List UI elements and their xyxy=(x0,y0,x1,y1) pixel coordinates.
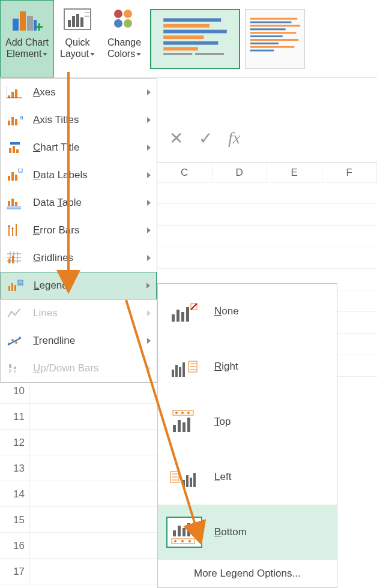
legend-option-label: Bottom xyxy=(214,526,247,538)
legend-bottom-icon xyxy=(166,517,202,548)
svg-rect-42 xyxy=(15,119,17,125)
menu-item-error-bars[interactable]: Error Bars xyxy=(1,217,157,244)
svg-rect-92 xyxy=(175,365,178,377)
more-legend-options[interactable]: More Legend Options... xyxy=(158,560,337,587)
svg-rect-51 xyxy=(19,169,22,172)
legend-right-icon xyxy=(166,351,202,382)
menu-item-label: Trendline xyxy=(33,335,147,347)
svg-rect-72 xyxy=(14,285,16,291)
legend-option-top[interactable]: Top xyxy=(158,394,337,449)
row-header[interactable]: 15 xyxy=(0,507,30,533)
svg-rect-53 xyxy=(11,199,14,206)
formula-bar: ✕ ✓ fx xyxy=(157,120,377,156)
svg-rect-83 xyxy=(14,367,16,369)
svg-rect-28 xyxy=(250,28,286,30)
dropdown-caret-icon xyxy=(43,53,47,56)
svg-rect-29 xyxy=(250,32,296,34)
svg-rect-52 xyxy=(8,201,10,206)
svg-rect-103 xyxy=(173,425,176,432)
svg-rect-113 xyxy=(190,478,192,487)
svg-rect-27 xyxy=(250,25,300,26)
svg-rect-115 xyxy=(173,530,176,536)
column-header[interactable]: E xyxy=(267,163,322,182)
row-header[interactable]: 14 xyxy=(0,481,30,507)
menu-item-label: Axes xyxy=(33,86,147,98)
svg-rect-69 xyxy=(12,256,14,263)
svg-rect-106 xyxy=(187,418,190,432)
chart-style-item[interactable] xyxy=(150,9,240,69)
svg-rect-10 xyxy=(80,17,83,27)
svg-rect-94 xyxy=(182,362,185,377)
svg-rect-82 xyxy=(9,369,11,373)
menu-item-gridlines[interactable]: Gridlines xyxy=(1,244,157,272)
legend-left-icon xyxy=(166,461,202,493)
svg-rect-40 xyxy=(8,121,10,125)
column-header[interactable]: C xyxy=(157,163,213,182)
legend-option-right[interactable]: Right xyxy=(158,339,337,394)
chart-style-gallery xyxy=(148,0,307,77)
svg-rect-91 xyxy=(172,370,174,377)
menu-item-label: Up/Down Bars xyxy=(33,362,147,374)
menu-item-label: Lines xyxy=(33,307,147,319)
menu-item-axis-titles[interactable]: aAxis Titles xyxy=(1,106,157,134)
change-colors-button[interactable]: Change Colors xyxy=(101,0,148,77)
menu-item-legend[interactable]: Legend xyxy=(1,272,157,299)
submenu-arrow-icon xyxy=(147,145,151,151)
menu-item-label: Error Bars xyxy=(33,224,147,236)
row-headers: 1011121314151617 xyxy=(0,378,30,584)
svg-rect-21 xyxy=(163,41,218,44)
legend-option-label: Left xyxy=(214,471,231,483)
legend-option-label: None xyxy=(214,305,239,317)
svg-rect-34 xyxy=(250,49,274,51)
svg-rect-17 xyxy=(163,18,221,22)
svg-rect-84 xyxy=(14,370,16,373)
add-chart-element-button[interactable]: Add Chart Element xyxy=(0,0,54,77)
add-chart-element-label: Add Chart Element xyxy=(5,37,49,59)
svg-point-13 xyxy=(114,10,122,18)
menu-item-lines: Lines xyxy=(1,299,157,327)
legend-option-bottom[interactable]: Bottom xyxy=(158,505,337,560)
svg-point-121 xyxy=(181,540,184,542)
submenu-arrow-icon xyxy=(147,117,151,123)
menu-item-data-table[interactable]: Data Table xyxy=(1,189,157,217)
menu-item-axes[interactable]: Axes xyxy=(1,79,157,106)
row-header[interactable]: 12 xyxy=(0,430,30,455)
quick-layout-button[interactable]: Quick Layout xyxy=(54,0,101,77)
menu-item-data-labels[interactable]: Data Labels xyxy=(1,161,157,189)
svg-point-122 xyxy=(188,540,191,542)
svg-rect-85 xyxy=(172,314,175,322)
quick-layout-icon xyxy=(59,4,95,34)
svg-rect-88 xyxy=(186,307,189,322)
legend-option-none[interactable]: None xyxy=(158,284,337,339)
enter-icon[interactable]: ✓ xyxy=(199,128,213,148)
svg-point-101 xyxy=(181,412,184,414)
column-header[interactable]: D xyxy=(213,163,268,182)
submenu-arrow-icon xyxy=(147,365,151,371)
menu-item-trendline[interactable]: Trendline xyxy=(1,327,157,355)
dropdown-caret-icon xyxy=(136,53,141,56)
svg-rect-116 xyxy=(178,526,181,536)
column-header[interactable]: F xyxy=(322,163,378,182)
submenu-arrow-icon xyxy=(147,227,151,233)
legend-option-left[interactable]: Left xyxy=(158,449,337,505)
row-header[interactable]: 13 xyxy=(0,455,30,481)
svg-rect-112 xyxy=(186,475,188,487)
spreadsheet-grid-left[interactable] xyxy=(30,378,157,584)
svg-rect-26 xyxy=(250,21,292,23)
svg-rect-111 xyxy=(182,480,185,487)
legend-option-label: Right xyxy=(214,361,238,373)
svg-rect-35 xyxy=(8,95,10,98)
menu-item-icon xyxy=(5,167,25,184)
row-header[interactable]: 16 xyxy=(0,533,30,559)
svg-rect-37 xyxy=(15,89,17,98)
svg-point-78 xyxy=(15,341,17,344)
svg-rect-68 xyxy=(8,259,10,263)
row-header[interactable]: 11 xyxy=(0,404,30,430)
submenu-arrow-icon xyxy=(146,283,150,289)
row-header[interactable]: 17 xyxy=(0,559,30,584)
cancel-icon[interactable]: ✕ xyxy=(169,128,183,148)
svg-rect-48 xyxy=(8,176,10,181)
fx-icon[interactable]: fx xyxy=(228,128,240,148)
menu-item-chart-title[interactable]: Chart Title xyxy=(1,134,157,161)
chart-style-item[interactable] xyxy=(245,9,305,69)
